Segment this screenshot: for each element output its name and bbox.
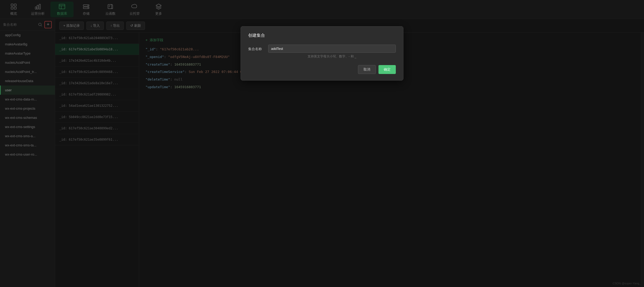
modal-name-row: 集合名称 支持英文字母大小写、数字、- 和 _ [248,45,396,59]
modal-footer: 取消 确定 [248,65,396,74]
confirm-button[interactable]: 确定 [378,65,396,74]
modal-title: 创建集合 [248,33,396,38]
cancel-button[interactable]: 取消 [358,65,376,74]
modal-name-label: 集合名称 [248,45,264,51]
collection-name-input[interactable] [268,45,396,53]
modal-input-wrap: 支持英文字母大小写、数字、- 和 _ [268,45,396,59]
modal-hint: 支持英文字母大小写、数字、- 和 _ [268,54,396,59]
modal-overlay: 创建集合 集合名称 支持英文字母大小写、数字、- 和 _ 取消 确定 [0,0,644,287]
create-collection-modal: 创建集合 集合名称 支持英文字母大小写、数字、- 和 _ 取消 确定 [241,26,403,81]
